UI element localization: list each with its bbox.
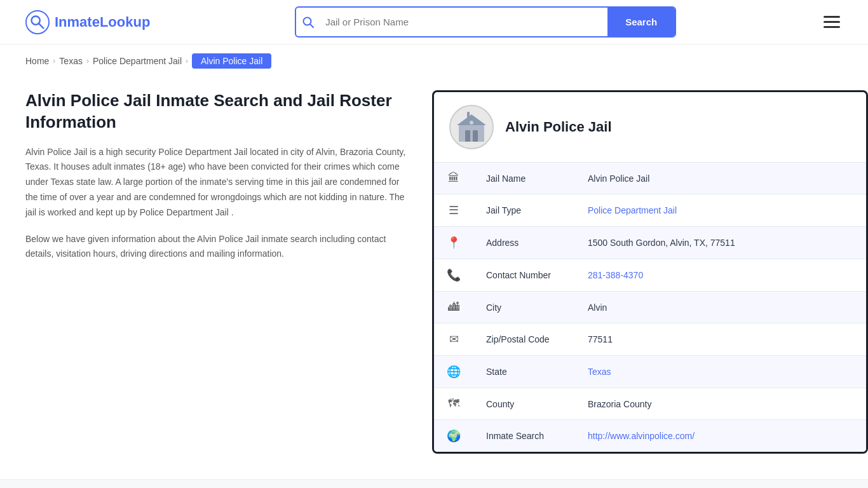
table-row: ☰Jail TypePolice Department Jail xyxy=(434,194,866,227)
table-row: 📞Contact Number281-388-4370 xyxy=(434,259,866,292)
logo-link[interactable]: InmateLookup xyxy=(25,10,150,34)
row-icon: 🌐 xyxy=(434,356,473,388)
menu-toggle[interactable] xyxy=(821,13,843,30)
row-label: Contact Number xyxy=(473,259,575,292)
row-label: State xyxy=(473,356,575,388)
row-value[interactable]: Police Department Jail xyxy=(575,194,866,227)
breadcrumb-category[interactable]: Police Department Jail xyxy=(93,56,182,66)
svg-rect-7 xyxy=(473,130,478,142)
search-icon xyxy=(296,17,320,28)
table-row: 🗺CountyBrazoria County xyxy=(434,388,866,420)
row-icon: 📍 xyxy=(434,227,473,259)
svg-point-0 xyxy=(26,10,49,33)
svg-rect-9 xyxy=(467,112,470,118)
row-icon: 🏙 xyxy=(434,292,473,323)
row-value: 1500 South Gordon, Alvin, TX, 77511 xyxy=(575,227,866,259)
page-title: Alvin Police Jail Inmate Search and Jail… xyxy=(25,90,407,133)
row-value[interactable]: Texas xyxy=(575,356,866,388)
svg-point-10 xyxy=(470,121,473,125)
row-value: 77511 xyxy=(575,323,866,356)
row-label: Inmate Search xyxy=(473,420,575,452)
table-row: 🏙CityAlvin xyxy=(434,292,866,323)
table-row: 📍Address1500 South Gordon, Alvin, TX, 77… xyxy=(434,227,866,259)
jail-avatar xyxy=(449,105,494,149)
main-content: Alvin Police Jail Inmate Search and Jail… xyxy=(0,78,868,479)
row-value[interactable]: 281-388-4370 xyxy=(575,259,866,292)
page-desc-1: Alvin Police Jail is a high security Pol… xyxy=(25,145,407,220)
row-link[interactable]: http://www.alvinpolice.com/ xyxy=(588,431,695,441)
row-label: County xyxy=(473,388,575,420)
row-value[interactable]: http://www.alvinpolice.com/ xyxy=(575,420,866,452)
row-icon: 📞 xyxy=(434,259,473,292)
svg-line-4 xyxy=(310,24,313,27)
row-link[interactable]: 281-388-4370 xyxy=(588,270,643,280)
row-label: Jail Name xyxy=(473,163,575,194)
row-icon: ☰ xyxy=(434,194,473,227)
logo-icon xyxy=(25,10,50,34)
chevron-icon: › xyxy=(53,57,55,65)
left-column: Alvin Police Jail Inmate Search and Jail… xyxy=(25,90,432,273)
row-icon: ✉ xyxy=(434,323,473,356)
table-row: ✉Zip/Postal Code77511 xyxy=(434,323,866,356)
row-icon: 🌍 xyxy=(434,420,473,452)
row-icon: 🗺 xyxy=(434,388,473,420)
row-value: Brazoria County xyxy=(575,388,866,420)
logo-text: InmateLookup xyxy=(55,14,150,30)
page-desc-2: Below we have given information about th… xyxy=(25,232,407,262)
search-area: Search xyxy=(295,6,676,37)
breadcrumb-state[interactable]: Texas xyxy=(59,56,83,66)
row-label: Address xyxy=(473,227,575,259)
row-label: City xyxy=(473,292,575,323)
row-value: Alvin xyxy=(575,292,866,323)
svg-rect-6 xyxy=(465,130,470,142)
footer-bar xyxy=(0,479,868,488)
card-jail-name: Alvin Police Jail xyxy=(505,119,612,135)
breadcrumb-home[interactable]: Home xyxy=(25,56,49,66)
breadcrumb-current: Alvin Police Jail xyxy=(192,53,271,69)
row-link[interactable]: Texas xyxy=(588,367,611,377)
table-row: 🌍Inmate Searchhttp://www.alvinpolice.com… xyxy=(434,420,866,452)
search-input[interactable] xyxy=(320,9,607,35)
chevron-icon: › xyxy=(186,57,188,65)
chevron-icon: › xyxy=(86,57,89,65)
row-value: Alvin Police Jail xyxy=(575,163,866,194)
table-row: 🌐StateTexas xyxy=(434,356,866,388)
row-icon: 🏛 xyxy=(434,163,473,194)
info-card: Alvin Police Jail 🏛Jail NameAlvin Police… xyxy=(432,90,868,454)
search-button[interactable]: Search xyxy=(607,8,675,36)
info-table: 🏛Jail NameAlvin Police Jail☰Jail TypePol… xyxy=(434,163,866,452)
row-label: Jail Type xyxy=(473,194,575,227)
search-wrapper: Search xyxy=(295,6,676,37)
row-label: Zip/Postal Code xyxy=(473,323,575,356)
breadcrumb: Home › Texas › Police Department Jail › … xyxy=(0,44,868,78)
card-header: Alvin Police Jail xyxy=(434,92,866,163)
table-row: 🏛Jail NameAlvin Police Jail xyxy=(434,163,866,194)
site-header: InmateLookup Search xyxy=(0,0,868,44)
row-link[interactable]: Police Department Jail xyxy=(588,205,677,215)
svg-rect-5 xyxy=(459,124,484,142)
